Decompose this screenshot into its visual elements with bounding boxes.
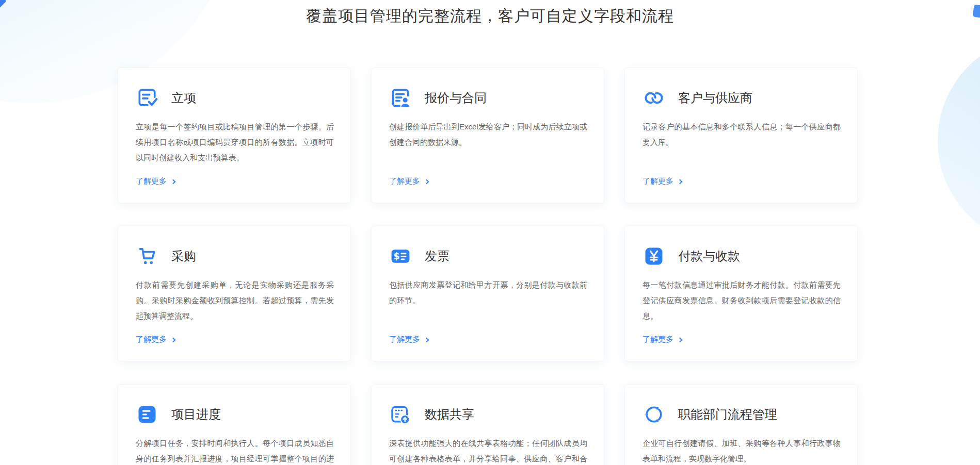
feature-card-payment-receipt: 付款与收款 每一笔付款信息通过审批后财务才能付款。付款前需要先登记供应商发票信息… [624,226,858,361]
chevron-right-icon [171,337,176,342]
feature-card-customers-suppliers: 客户与供应商 记录客户的基本信息和多个联系人信息；每一个供应商都要入库。 了解更… [624,68,858,203]
invoice-icon: $ [389,245,412,268]
feature-card-project-initiation: 立项 立项是每一个签约项目或比稿项目管理的第一个步骤。后续用项目名称或项目编码贯… [118,68,351,203]
card-title: 立项 [171,90,196,106]
card-description: 创建报价单后导出到Excel发给客户；同时成为后续立项或创建合同的数据来源。 [389,119,587,150]
link-rings-icon [642,87,665,109]
feature-card-invoice: $ 发票 包括供应商发票登记和给甲方开票，分别是付款与收款前的环节。 了解更多 [371,226,604,361]
chevron-right-icon [678,337,683,342]
learn-more-label: 了解更多 [389,335,420,344]
card-header: 职能部门流程管理 [642,403,842,426]
chevron-right-icon [678,179,683,184]
cart-icon [136,245,158,268]
doc-person-icon [389,87,412,109]
card-description: 每一笔付款信息通过审批后财务才能付款。付款前需要先登记供应商发票信息。财务收到款… [642,277,841,324]
feature-card-data-sharing: 数据共享 深表提供功能强大的在线共享表格功能；任何团队成员均可创建各种表格表单，… [371,384,604,465]
learn-more-link[interactable]: 了解更多 [136,335,175,344]
card-title: 数据共享 [425,406,474,423]
learn-more-link[interactable]: 了解更多 [642,335,682,344]
card-header: 数据共享 [389,403,588,426]
chevron-right-icon [171,179,176,184]
card-description: 包括供应商发票登记和给甲方开票，分别是付款与收款前的环节。 [389,277,587,308]
card-description: 企业可自行创建请假、加班、采购等各种人事和行政事物表单和流程，实现数字化管理。 [642,436,841,465]
card-title: 付款与收款 [678,248,740,264]
feature-card-grid: 立项 立项是每一个签约项目或比稿项目管理的第一个步骤。后续用项目名称或项目编码贯… [118,68,858,465]
card-header: 付款与收款 [642,245,842,268]
task-list-icon [136,403,158,426]
learn-more-label: 了解更多 [642,176,673,186]
card-header: 项目进度 [136,403,335,426]
learn-more-link[interactable]: 了解更多 [642,176,682,186]
feature-card-department-workflow: 职能部门流程管理 企业可自行创建请假、加班、采购等各种人事和行政事物表单和流程，… [624,384,858,465]
learn-more-label: 了解更多 [642,335,673,344]
page-title: 覆盖项目管理的完整流程，客户可自定义字段和流程 [0,6,980,27]
card-title: 客户与供应商 [678,90,752,106]
card-description: 付款前需要先创建采购单，无论是实物采购还是服务采购。采购时采购金额收到预算控制。… [136,277,334,324]
learn-more-label: 了解更多 [389,176,420,186]
feature-card-procurement: 采购 付款前需要先创建采购单，无论是实物采购还是服务采购。采购时采购金额收到预算… [118,226,351,361]
card-description: 立项是每一个签约项目或比稿项目管理的第一个步骤。后续用项目名称或项目编码贯穿项目… [136,119,334,165]
card-title: 项目进度 [171,406,221,423]
svg-text:$: $ [394,251,400,261]
background-circle-right [938,35,980,246]
card-description: 深表提供功能强大的在线共享表格功能；任何团队成员均可创建各种表格表单，并分享给同… [389,436,587,465]
learn-more-link[interactable]: 了解更多 [136,176,175,186]
feature-card-project-progress: 项目进度 分解项目任务，安排时间和执行人。每个项目成员知悉自身的任务列表并汇报进… [118,384,351,465]
share-table-icon [389,403,412,426]
feature-section-page: { "page_title": "覆盖项目管理的完整流程，客户可自定义字段和流程… [0,0,980,465]
card-title: 职能部门流程管理 [678,406,777,423]
card-header: $ 发票 [389,245,588,268]
card-description: 记录客户的基本信息和多个联系人信息；每一个供应商都要入库。 [642,119,841,150]
card-header: 立项 [136,87,335,109]
card-title: 报价与合同 [425,90,487,106]
doc-check-icon [136,87,158,109]
card-header: 报价与合同 [389,87,588,109]
chevron-right-icon [424,179,429,184]
card-header: 采购 [136,245,335,268]
card-title: 发票 [425,248,449,264]
card-header: 客户与供应商 [642,87,842,109]
learn-more-label: 了解更多 [136,335,167,344]
card-title: 采购 [171,248,196,264]
yuan-icon [642,245,665,268]
workflow-circle-icon [642,403,665,426]
feature-card-quote-contract: 报价与合同 创建报价单后导出到Excel发给客户；同时成为后续立项或创建合同的数… [371,68,604,203]
learn-more-link[interactable]: 了解更多 [389,176,428,186]
learn-more-link[interactable]: 了解更多 [389,335,428,344]
card-description: 分解项目任务，安排时间和执行人。每个项目成员知悉自身的任务列表并汇报进度，项目经… [136,436,334,465]
learn-more-label: 了解更多 [136,176,167,186]
chevron-right-icon [424,337,429,342]
